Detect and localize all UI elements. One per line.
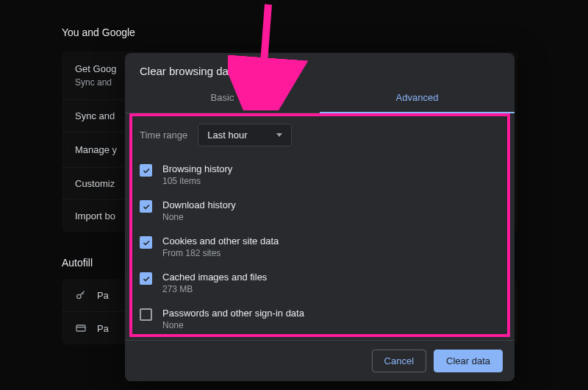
import-label: Import bo	[75, 210, 115, 221]
option-sub: 273 MB	[162, 284, 267, 294]
payment-methods-label: Pa	[97, 323, 109, 334]
time-range-select[interactable]: Last hour	[198, 124, 292, 146]
key-icon	[75, 289, 87, 301]
payments-label: Pa	[97, 290, 109, 301]
dropdown-triangle-icon	[276, 133, 282, 137]
option-download-history[interactable]: Download history None	[140, 193, 500, 229]
option-sub: From 182 sites	[162, 248, 279, 258]
time-range-row: Time range Last hour	[140, 124, 500, 146]
dialog-body: Time range Last hour Browsing history 10…	[125, 113, 514, 340]
option-cookies[interactable]: Cookies and other site data From 182 sit…	[140, 229, 500, 265]
option-sub: 105 items	[162, 176, 232, 186]
card-icon	[75, 322, 87, 334]
checkbox-cache[interactable]	[140, 272, 152, 285]
option-sub: None	[162, 212, 236, 222]
clear-data-button[interactable]: Clear data	[434, 350, 503, 372]
option-label: Cookies and other site data	[162, 235, 279, 247]
checkbox-cookies[interactable]	[140, 236, 152, 249]
option-browsing-history[interactable]: Browsing history 105 items	[140, 157, 500, 193]
time-range-value: Last hour	[207, 130, 247, 141]
clear-browsing-data-dialog: Clear browsing data Basic Advanced Time …	[125, 53, 514, 381]
section-heading-you-and-google: You and Google	[62, 26, 588, 38]
option-label: Cached images and files	[162, 272, 267, 283]
option-autofill[interactable]: Autofill form data	[140, 337, 500, 340]
cancel-button[interactable]: Cancel	[372, 350, 426, 372]
svg-rect-1	[76, 325, 85, 331]
get-google-sub: Sync and	[75, 77, 112, 88]
sync-label: Sync and	[75, 110, 115, 121]
tab-basic[interactable]: Basic	[125, 85, 320, 113]
checkbox-browsing-history[interactable]	[140, 164, 152, 177]
customize-label: Customiz	[75, 178, 115, 189]
tab-advanced[interactable]: Advanced	[320, 85, 514, 113]
option-passwords[interactable]: Passwords and other sign-in data None	[140, 301, 500, 337]
checkbox-passwords[interactable]	[140, 308, 152, 321]
dialog-tabs: Basic Advanced	[125, 85, 514, 113]
dialog-title: Clear browsing data	[125, 53, 514, 85]
option-label: Browsing history	[162, 163, 232, 174]
option-cache[interactable]: Cached images and files 273 MB	[140, 265, 500, 301]
option-sub: None	[162, 320, 304, 330]
option-label: Download history	[162, 199, 236, 210]
get-google-title: Get Goog	[75, 63, 116, 74]
dialog-footer: Cancel Clear data	[125, 340, 514, 381]
manage-label: Manage y	[75, 144, 117, 155]
checkbox-download-history[interactable]	[140, 200, 152, 213]
options-list: Time range Last hour Browsing history 10…	[125, 113, 514, 340]
time-range-label: Time range	[140, 130, 187, 141]
option-label: Passwords and other sign-in data	[162, 308, 304, 319]
